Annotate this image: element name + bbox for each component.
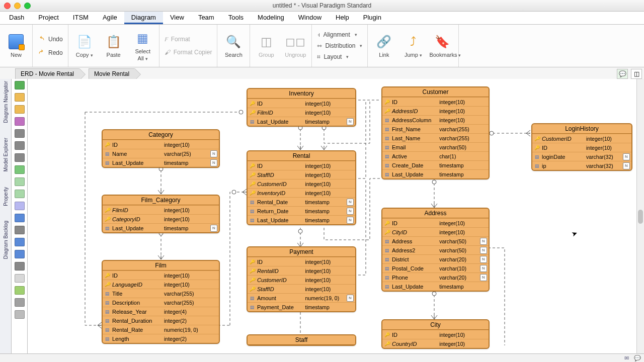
entity-address[interactable]: Address🔑IDinteger(10)🔑CityIDinteger(10)▤… xyxy=(381,208,490,292)
menu-diagram[interactable]: Diagram xyxy=(124,12,163,24)
menu-help[interactable]: Help xyxy=(329,12,356,24)
message-pane-icon[interactable]: 💬 xyxy=(617,69,628,79)
link-icon: 🔗 xyxy=(371,33,397,50)
distribution-menu[interactable]: ⇿Distribution xyxy=(315,41,364,50)
palette-tool-19[interactable] xyxy=(15,310,25,319)
mail-icon[interactable]: ✉ xyxy=(624,355,629,361)
menu-view[interactable]: View xyxy=(163,12,191,24)
palette-tool-14[interactable] xyxy=(15,250,25,258)
column-row: ▤Emailvarchar(50) xyxy=(382,142,489,151)
column-row: 🔑IDinteger(10) xyxy=(382,330,489,339)
breadcrumb-root[interactable]: ERD - Movie Rental xyxy=(15,68,79,79)
menu-tools[interactable]: Tools xyxy=(221,12,251,24)
palette-tool-6[interactable] xyxy=(15,153,25,162)
palette-tool-7[interactable] xyxy=(15,165,25,174)
bookmark-icon: 🔖 xyxy=(429,33,455,50)
copy-button[interactable]: 📄 Copy xyxy=(71,33,98,59)
svg-line-29 xyxy=(98,322,102,325)
group-button[interactable]: ◫ Group xyxy=(253,33,279,58)
palette-tool-1[interactable] xyxy=(15,93,25,102)
tab-diagram-backlog[interactable]: Diagram Backlog xyxy=(3,221,9,259)
palette-tool-3[interactable] xyxy=(15,117,25,126)
scroll-thumb[interactable] xyxy=(638,210,643,224)
ribbon: New Undo Redo 📄 Copy 📋 Paste ▦ Select Al… xyxy=(0,25,644,67)
column-row: 🔑IDinteger(10) xyxy=(103,140,219,149)
menu-team[interactable]: Team xyxy=(191,12,221,24)
svg-line-26 xyxy=(434,315,437,319)
tab-diagram-navigator[interactable]: Diagram Navigator xyxy=(3,81,9,123)
menu-itsm[interactable]: ITSM xyxy=(66,12,96,24)
search-button[interactable]: 🔍 Search xyxy=(220,33,247,58)
palette-tool-9[interactable] xyxy=(15,190,25,198)
panels-toggle-icon[interactable]: ◫ xyxy=(631,69,642,79)
palette-tool-0[interactable] xyxy=(15,81,25,89)
jump-button[interactable]: ⤴Jump xyxy=(400,33,426,59)
svg-line-10 xyxy=(300,146,303,150)
entity-title: Address xyxy=(382,209,489,218)
svg-line-38 xyxy=(526,133,530,136)
entity-inventory[interactable]: Inventory🔑IDinteger(10)🔑FilmIDinteger(10… xyxy=(247,88,356,127)
tab-property[interactable]: Property xyxy=(3,187,9,206)
chat-icon[interactable]: 💬 xyxy=(634,355,641,361)
palette-tool-5[interactable] xyxy=(15,141,25,150)
palette-tool-17[interactable] xyxy=(15,286,25,295)
palette-tool-16[interactable] xyxy=(15,274,25,283)
palette-tool-8[interactable] xyxy=(15,177,25,186)
svg-line-22 xyxy=(434,204,437,208)
menu-window[interactable]: Window xyxy=(291,12,329,24)
format-copier-button[interactable]: 🖌Format Copier xyxy=(163,48,214,57)
svg-line-1 xyxy=(158,190,161,194)
link-button[interactable]: 🔗Link xyxy=(371,33,397,58)
column-row: ▤Last_Namevarchar(255) xyxy=(382,133,489,142)
column-row: ▤Districtvarchar(20)N xyxy=(382,254,489,263)
entity-film_category[interactable]: Film_Category🔑FilmIDinteger(10)🔑Category… xyxy=(102,195,220,233)
vertical-scrollbar[interactable] xyxy=(636,79,644,354)
bookmarks-button[interactable]: 🔖Bookmarks xyxy=(429,33,455,59)
svg-point-16 xyxy=(322,126,326,130)
entity-category[interactable]: Category🔑IDinteger(10)▤Namevarchar(25)N▤… xyxy=(102,129,220,168)
menu-project[interactable]: Project xyxy=(31,12,65,24)
palette-tool-4[interactable] xyxy=(15,129,25,138)
paste-button[interactable]: 📋 Paste xyxy=(101,33,127,58)
column-row: ▤First_Namevarchar(255) xyxy=(382,124,489,133)
entity-rental[interactable]: Rental🔑IDinteger(10)🔑StaffIDinteger(10)🔑… xyxy=(247,150,356,225)
svg-line-30 xyxy=(98,325,102,328)
new-button[interactable]: New xyxy=(3,33,29,58)
entity-loginhistory[interactable]: LoginHistory🔑CustomerIDinteger(10)🔑IDint… xyxy=(531,123,632,171)
side-rail[interactable]: Diagram Navigator Model Explorer Propert… xyxy=(0,79,12,354)
layout-menu[interactable]: ⌗Layout xyxy=(315,52,351,61)
column-row: ▤Return_DatetimestampN xyxy=(248,206,355,215)
format-button[interactable]: 𝐹Format xyxy=(163,35,192,44)
svg-line-37 xyxy=(526,130,530,133)
entity-customer[interactable]: Customer🔑IDinteger(10)🔑AddressIDinteger(… xyxy=(381,86,490,179)
alignment-icon: ⫞ xyxy=(317,31,320,38)
tab-model-explorer[interactable]: Model Explorer xyxy=(3,138,9,171)
menu-plugin[interactable]: Plugin xyxy=(356,12,388,24)
palette-tool-18[interactable] xyxy=(15,298,25,307)
ungroup-button[interactable]: ◻◻ Ungroup xyxy=(282,33,308,58)
palette-tool-2[interactable] xyxy=(15,105,25,114)
entity-staff[interactable]: Staff xyxy=(247,334,356,346)
entity-city[interactable]: City🔑IDinteger(10)🔑CountryIDinteger(10) xyxy=(381,319,490,349)
menu-agile[interactable]: Agile xyxy=(96,12,124,24)
entity-payment[interactable]: Payment🔑IDinteger(10)🔑RentalIDinteger(10… xyxy=(247,246,356,312)
menu-bar[interactable]: DashProjectITSMAgileDiagramViewTeamTools… xyxy=(0,12,644,25)
svg-line-9 xyxy=(297,146,300,150)
select-all-button[interactable]: ▦ Select All xyxy=(130,30,156,62)
palette-tool-13[interactable] xyxy=(15,238,25,246)
redo-button[interactable]: Redo xyxy=(36,48,65,57)
erd-canvas[interactable]: ➤ Inventory🔑IDinteger(10)🔑FilmIDinteger(… xyxy=(28,79,644,354)
column-row: ▤Titlevarchar(255) xyxy=(103,289,219,298)
palette-tool-11[interactable] xyxy=(15,214,25,222)
menu-modeling[interactable]: Modeling xyxy=(251,12,291,24)
breadcrumb-leaf[interactable]: Movie Rental xyxy=(89,68,135,79)
menu-dash[interactable]: Dash xyxy=(2,12,31,24)
undo-button[interactable]: Undo xyxy=(36,34,65,44)
palette-tool-10[interactable] xyxy=(15,202,25,210)
tool-palette[interactable] xyxy=(12,79,28,354)
palette-tool-15[interactable] xyxy=(15,262,25,270)
palette-tool-12[interactable] xyxy=(15,226,25,234)
entity-film[interactable]: Film🔑IDinteger(10)🔑LanguageIDinteger(10)… xyxy=(102,260,220,344)
alignment-menu[interactable]: ⫞Alignment xyxy=(315,30,359,39)
column-row: 🔑CategoryIDinteger(10) xyxy=(103,214,219,223)
